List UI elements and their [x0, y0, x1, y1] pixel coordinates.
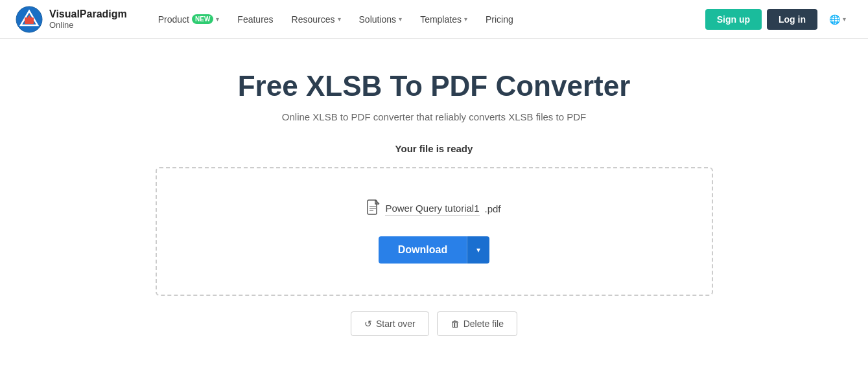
chevron-down-icon: ▾: [216, 16, 219, 23]
file-icon: [367, 199, 380, 218]
brand-sub: Online: [49, 20, 127, 30]
refresh-icon: ↺: [364, 319, 372, 329]
nav-item-solutions[interactable]: Solutions ▾: [351, 9, 410, 30]
file-name: Power Query tutorial1: [385, 203, 479, 216]
nav-item-templates[interactable]: Templates ▾: [412, 9, 475, 30]
download-button[interactable]: Download: [379, 236, 467, 264]
logo-icon: [16, 6, 43, 33]
brand-name: VisualParadigm: [49, 8, 127, 20]
nav-product-badge: NEW: [192, 14, 213, 24]
nav-item-features[interactable]: Features: [229, 9, 281, 30]
chevron-down-icon: ▾: [338, 16, 341, 23]
download-group: Download ▾: [379, 236, 489, 264]
upload-box: Power Query tutorial1 .pdf Download ▾: [156, 167, 713, 296]
nav-actions: Sign up Log in 🌐 ▾: [705, 9, 852, 30]
page-title: Free XLSB To PDF Converter: [238, 70, 631, 102]
nav-pricing-label: Pricing: [486, 14, 513, 25]
chevron-down-icon: ▾: [399, 16, 402, 23]
nav-item-product[interactable]: Product NEW ▾: [150, 9, 228, 30]
nav-resources-label: Resources: [292, 14, 335, 25]
chevron-down-icon: ▾: [476, 245, 480, 254]
nav-features-label: Features: [237, 14, 273, 25]
chevron-down-icon: ▾: [464, 16, 467, 23]
nav-item-resources[interactable]: Resources ▾: [284, 9, 349, 30]
bottom-actions: ↺ Start over 🗑 Delete file: [351, 311, 517, 336]
start-over-button[interactable]: ↺ Start over: [351, 311, 429, 336]
download-dropdown-button[interactable]: ▾: [467, 236, 489, 264]
nav-item-pricing[interactable]: Pricing: [478, 9, 521, 30]
chevron-down-icon: ▾: [843, 16, 846, 23]
language-button[interactable]: 🌐 ▾: [823, 9, 852, 30]
main-content: Free XLSB To PDF Converter Online XLSB t…: [0, 39, 868, 362]
nav-templates-label: Templates: [420, 14, 462, 25]
file-ext: .pdf: [485, 203, 501, 214]
login-button[interactable]: Log in: [767, 9, 817, 30]
ready-label: Your file is ready: [395, 143, 473, 154]
page-subtitle: Online XLSB to PDF converter that reliab…: [282, 111, 586, 122]
trash-icon: 🗑: [451, 319, 460, 329]
nav-solutions-label: Solutions: [359, 14, 397, 25]
logo[interactable]: VisualParadigm Online: [16, 6, 127, 33]
globe-icon: 🌐: [829, 14, 840, 25]
nav-links: Product NEW ▾ Features Resources ▾ Solut…: [150, 9, 705, 30]
signup-button[interactable]: Sign up: [705, 9, 762, 30]
file-row: Power Query tutorial1 .pdf: [367, 199, 500, 218]
nav-product-label: Product: [158, 14, 189, 25]
delete-file-button[interactable]: 🗑 Delete file: [437, 311, 517, 336]
navbar: VisualParadigm Online Product NEW ▾ Feat…: [0, 0, 868, 39]
